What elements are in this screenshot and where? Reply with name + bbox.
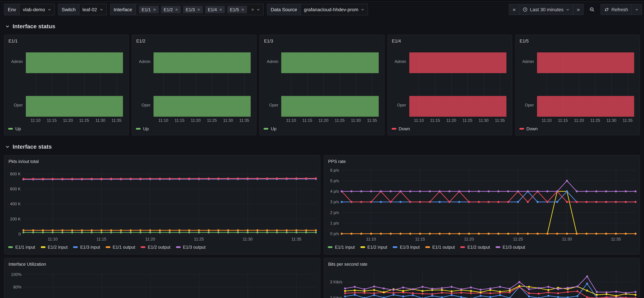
panel-title: Pkts in/out total <box>8 159 39 164</box>
interface-tag[interactable]: E1/2× <box>161 6 181 13</box>
legend-dash <box>140 246 146 248</box>
section-interface-stats[interactable]: Interface stats <box>6 143 644 151</box>
remove-tag-icon[interactable]: × <box>241 7 244 12</box>
panel-title: E1/2 <box>136 39 146 44</box>
legend-item[interactable]: E1/1 input <box>328 245 355 250</box>
zoom-out-button[interactable] <box>587 4 597 15</box>
time-controls: « Last 30 minutes » <box>509 4 584 15</box>
legend-item-up[interactable]: Up <box>264 126 276 131</box>
legend-item[interactable]: E1/3 input <box>73 245 100 250</box>
x-axis-tick: 11:20 <box>63 118 73 123</box>
x-axis-tick: 11:35 <box>239 118 249 123</box>
svg-text:6 p/s: 6 p/s <box>330 168 339 173</box>
remove-tag-icon[interactable]: × <box>153 7 156 12</box>
legend-item-down[interactable]: Down <box>519 126 538 131</box>
legend-dash <box>425 246 430 248</box>
switch-label: Switch <box>58 4 79 15</box>
legend-item[interactable]: E1/2 input <box>40 245 68 250</box>
legend: E1/1 inputE1/2 inputE1/3 inputE1/1 outpu… <box>8 245 206 250</box>
pps-chart: 0 p/s1 p/s2 p/s3 p/s4 p/s5 p/s6 p/s11:10… <box>324 156 640 254</box>
remove-tag-icon[interactable]: × <box>197 7 200 12</box>
legend-label: Up <box>271 126 276 131</box>
legend-item[interactable]: E1/2 output <box>140 245 170 250</box>
clear-all-icon[interactable]: × <box>251 7 254 12</box>
chevron-down-icon <box>99 8 103 12</box>
legend-dash <box>73 246 78 248</box>
x-axis-tick: 11:15 <box>302 118 312 123</box>
svg-text:0 p/s: 0 p/s <box>330 231 339 236</box>
legend-dash <box>519 128 524 130</box>
interface-stats-row: Pkts in/out total 0200 K400 K600 K800 K1… <box>4 155 640 254</box>
legend-item[interactable]: E1/2 input <box>360 245 387 250</box>
panel-pps-rate: PPS rate 0 p/s1 p/s2 p/s3 p/s4 p/s5 p/s6… <box>324 155 640 254</box>
svg-text:11:10: 11:10 <box>48 237 58 241</box>
panel-interface-utilization: Interface Utilization 100%80%60%E1/1 inp… <box>4 258 320 298</box>
legend-label: E1/1 input <box>15 245 35 250</box>
time-forward-button[interactable]: » <box>573 4 584 15</box>
status-bar-oper <box>154 96 251 117</box>
legend-label: Down <box>526 126 538 131</box>
datasource-label: Data Source <box>267 4 301 15</box>
x-axis-tick: 11:20 <box>574 118 584 123</box>
row-label-admin: Admin <box>132 59 150 64</box>
refresh-button[interactable]: Refresh <box>600 4 632 15</box>
x-axis-tick: 11:35 <box>495 118 505 123</box>
svg-text:5 p/s: 5 p/s <box>330 179 339 183</box>
chevron-down-icon <box>566 8 570 12</box>
x-axis-tick: 11:25 <box>335 118 344 123</box>
remove-tag-icon[interactable]: × <box>175 7 178 12</box>
refresh-controls: Refresh <box>600 4 642 15</box>
interface-tag[interactable]: E1/1× <box>139 6 158 13</box>
legend-item[interactable]: E1/1 output <box>425 245 455 250</box>
legend-item-up[interactable]: Up <box>136 126 148 131</box>
legend-item-up[interactable]: Up <box>8 126 21 131</box>
interface-tag[interactable]: E1/4× <box>205 6 225 13</box>
interface-tag[interactable]: E1/3× <box>183 6 203 13</box>
legend-item[interactable]: E1/3 input <box>393 245 420 250</box>
bits-chart: 3 Kib/s2 Kib/sE1/1 inputE1/2 inputE1/3 i… <box>324 258 640 298</box>
svg-text:11:20: 11:20 <box>464 237 474 241</box>
panel-pkts-in-out-total: Pkts in/out total 0200 K400 K600 K800 K1… <box>4 155 320 254</box>
interface-tag[interactable]: E1/5× <box>227 6 247 13</box>
x-axis-tick: 11:25 <box>590 118 600 123</box>
legend-item[interactable]: E1/2 output <box>460 245 490 250</box>
interface-value-dropdown[interactable]: E1/1×E1/2×E1/3×E1/4×E1/5× × <box>136 4 263 15</box>
svg-text:11:25: 11:25 <box>194 237 204 241</box>
legend-dash <box>393 246 398 248</box>
status-bar-admin <box>26 52 123 73</box>
legend-dash <box>40 246 45 248</box>
legend-dash <box>8 128 13 130</box>
svg-text:60%: 60% <box>13 297 22 298</box>
status-bar-admin <box>409 52 506 73</box>
switch-value-dropdown[interactable]: leaf-02 <box>79 4 106 15</box>
legend-item[interactable]: E1/1 input <box>8 245 35 250</box>
legend-item[interactable]: E1/3 output <box>176 245 206 250</box>
section-interface-status[interactable]: Interface status <box>6 23 644 31</box>
legend-label: Down <box>398 126 410 131</box>
x-axis-tick: 11:35 <box>112 118 122 123</box>
remove-tag-icon[interactable]: × <box>219 7 222 12</box>
row-label-oper: Oper <box>516 103 534 107</box>
legend-dash <box>264 128 268 130</box>
legend: Down <box>519 126 538 131</box>
legend-label: E1/2 output <box>148 245 170 250</box>
status-bar-oper <box>537 96 634 117</box>
env-value-dropdown[interactable]: vlab-demo <box>20 4 54 15</box>
legend-label: E1/1 output <box>112 245 135 250</box>
datasource-value-dropdown[interactable]: grafanacloud-hhdev-prom <box>301 4 368 15</box>
legend-item[interactable]: E1/3 output <box>496 245 525 250</box>
status-bar-oper <box>282 96 378 117</box>
time-range-picker[interactable]: Last 30 minutes <box>519 4 573 15</box>
x-axis-tick: 11:15 <box>174 118 184 123</box>
row-label-admin: Admin <box>260 59 278 64</box>
interface-tag-label: E1/1 <box>142 7 151 12</box>
svg-text:3 Kib/s: 3 Kib/s <box>330 280 342 284</box>
refresh-interval-button[interactable] <box>632 4 642 15</box>
legend-item[interactable]: E1/1 output <box>106 245 135 250</box>
time-back-button[interactable]: « <box>509 4 520 15</box>
switch-value-text: leaf-02 <box>82 7 97 12</box>
row-label-oper: Oper <box>4 103 23 107</box>
pkts-chart: 0200 K400 K600 K800 K11:1011:1511:2011:2… <box>4 156 320 254</box>
legend-item-down[interactable]: Down <box>392 126 410 131</box>
legend-dash <box>392 128 396 130</box>
